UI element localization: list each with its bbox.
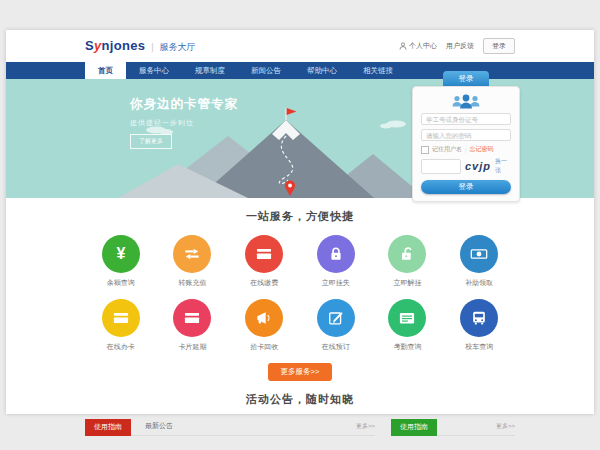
login-panel: 登录 记住用户名 | 忘记密码 (412, 71, 520, 202)
banknote-icon (460, 235, 498, 273)
usage-guide-tab-green[interactable]: 使用指南 (391, 419, 437, 436)
announcements-section: 活动公告，随时知晓 使用指南 最新公告 更多>> 使用指南 更多>> (6, 381, 594, 436)
feedback-link[interactable]: 用户反馈 (446, 41, 474, 51)
nav-item-related-links[interactable]: 相关链接 (350, 62, 406, 79)
right-more-link[interactable]: 更多>> (496, 422, 515, 435)
service-online-card-apply[interactable]: 在线办卡 (85, 299, 157, 352)
nav-item-help-center[interactable]: 帮助中心 (294, 62, 350, 79)
logo-text: Synjones (85, 38, 145, 53)
login-submit-button[interactable]: 登录 (421, 180, 511, 194)
lock-icon (317, 235, 355, 273)
left-more-link[interactable]: 更多>> (356, 422, 375, 435)
service-attendance-inquiry[interactable]: 考勤查询 (372, 299, 444, 352)
remember-row: 记住用户名 | 忘记密码 (421, 145, 511, 154)
attendance-icon (388, 299, 426, 337)
bus-icon (460, 299, 498, 337)
captcha-refresh-link[interactable]: 换一张 (495, 157, 511, 175)
site-subtitle: 服务大厅 (160, 41, 196, 54)
service-transfer-recharge[interactable]: 转账充值 (157, 235, 229, 288)
remember-checkbox[interactable] (421, 146, 429, 154)
announcements-right-column: 使用指南 更多>> (391, 418, 515, 436)
services-section: 一站服务，方便快捷 ¥ 余额查询 转账充值 在线缴费 (6, 198, 594, 381)
person-icon (399, 42, 407, 50)
nav-item-rules[interactable]: 规章制度 (182, 62, 238, 79)
service-balance-inquiry[interactable]: ¥ 余额查询 (85, 235, 157, 288)
bank-card-icon (173, 299, 211, 337)
captcha-input[interactable] (421, 159, 461, 174)
flag-pole (285, 108, 286, 120)
latest-announcements-tab[interactable]: 最新公告 (145, 421, 173, 435)
site-header: Synjones | 服务大厅 个人中心 用户反馈 登录 (6, 30, 594, 62)
captcha-row: cvjp 换一张 (421, 157, 511, 175)
nav-item-news[interactable]: 新闻公告 (238, 62, 294, 79)
usage-guide-tab[interactable]: 使用指南 (85, 419, 131, 436)
service-online-booking[interactable]: 在线预订 (300, 299, 372, 352)
logo-y-accent: y (94, 38, 102, 53)
hero-copy: 你身边的卡管专家 提供捷径一步到位 了解更多 (130, 96, 238, 149)
header-login-button[interactable]: 登录 (483, 38, 515, 54)
personal-center-label: 个人中心 (409, 41, 437, 51)
password-input[interactable] (421, 129, 511, 141)
compose-icon (317, 299, 355, 337)
service-report-loss[interactable]: 立即挂失 (300, 235, 372, 288)
synjones-logo[interactable]: Synjones | 服务大厅 (85, 38, 196, 54)
service-subsidy-collection[interactable]: 补助领取 (443, 235, 515, 288)
bank-card-icon (102, 299, 140, 337)
captcha-image[interactable]: cvjp (465, 161, 491, 172)
personal-center-link[interactable]: 个人中心 (399, 41, 437, 51)
services-grid: ¥ 余额查询 转账充值 在线缴费 (85, 235, 515, 352)
service-card-extension[interactable]: 卡片延期 (157, 299, 229, 352)
service-school-bus-inquiry[interactable]: 校车查询 (443, 299, 515, 352)
remember-divider: | (465, 147, 467, 153)
login-card: 记住用户名 | 忘记密码 cvjp 换一张 登录 (412, 86, 520, 202)
remember-label: 记住用户名 (432, 145, 462, 154)
screenshot-canvas: Synjones | 服务大厅 个人中心 用户反馈 登录 首页 服务中心 (0, 0, 600, 450)
announcements-title: 活动公告，随时知晓 (6, 392, 594, 407)
transfer-icon (173, 235, 211, 273)
service-unfreeze-card[interactable]: 立即解挂 (372, 235, 444, 288)
portal-page: Synjones | 服务大厅 个人中心 用户反馈 登录 首页 服务中心 (6, 30, 594, 414)
unlock-icon (388, 235, 426, 273)
hero-cta-button[interactable]: 了解更多 (130, 134, 172, 149)
feedback-label: 用户反馈 (446, 41, 474, 51)
username-input[interactable] (421, 113, 511, 125)
header-utility-bar: 个人中心 用户反馈 登录 (399, 38, 515, 54)
login-tab[interactable]: 登录 (443, 71, 489, 86)
nav-item-home[interactable]: 首页 (85, 62, 126, 79)
more-services-button[interactable]: 更多服务>> (268, 363, 333, 381)
people-icon (449, 93, 483, 110)
service-online-payment[interactable]: 在线缴费 (228, 235, 300, 288)
announcements-left-column: 使用指南 最新公告 更多>> (85, 418, 375, 436)
service-lost-card-recovery[interactable]: 拾卡回收 (228, 299, 300, 352)
hero-title: 你身边的卡管专家 (130, 96, 238, 113)
megaphone-icon (245, 299, 283, 337)
forgot-password-link[interactable]: 忘记密码 (470, 145, 494, 154)
services-title: 一站服务，方便快捷 (6, 209, 594, 224)
hero-subtitle: 提供捷径一步到位 (130, 118, 238, 128)
logo-divider: | (151, 42, 153, 52)
bank-card-icon (245, 235, 283, 273)
yuan-icon: ¥ (102, 235, 140, 273)
flag-icon (287, 108, 297, 115)
hero-banner: 你身边的卡管专家 提供捷径一步到位 了解更多 登录 (6, 79, 594, 198)
nav-item-service-center[interactable]: 服务中心 (126, 62, 182, 79)
